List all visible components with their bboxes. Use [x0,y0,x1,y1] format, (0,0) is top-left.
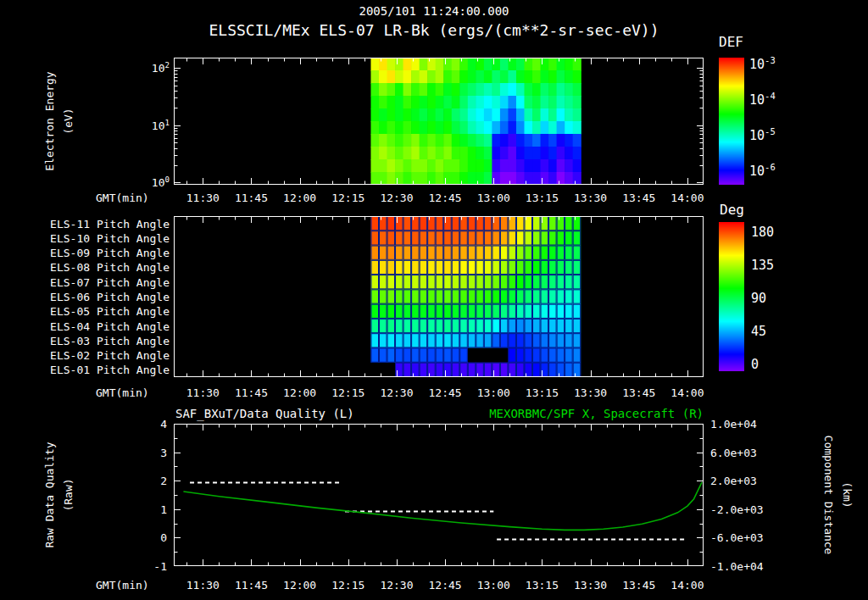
x-tick-label: 14:00 [670,386,704,399]
x-tick-label: 12:15 [331,192,364,204]
pitch-row-label: ELS-11 Pitch Angle [50,217,170,230]
quality-tick-label: 0 [160,531,167,544]
x-tick-label: 12:00 [283,579,316,592]
x-tick-label: 13:45 [622,192,655,204]
distance-tick-label: -6.0e+03 [710,531,764,544]
deg-colorbar [719,222,744,371]
pitch-row-label: ELS-01 Pitch Angle [50,364,170,376]
axis-label-line: Electron Energy [41,71,59,170]
x-tick-label: 13:15 [526,192,559,204]
axis-label-raw-data-quality: Raw Data Quality (Raw) [41,442,78,547]
x-tick-label: 11:45 [235,579,268,592]
pitch-row-label: ELS-04 Pitch Angle [50,319,170,332]
deg-colorbar-tick: 0 [751,357,759,372]
x-tick-label: 11:30 [186,192,220,204]
x-tick-label: 12:45 [429,192,462,204]
pitch-angle-plot [174,216,704,377]
panel3-left-title: SAF_BXuT/Data Quality (L) [175,407,354,420]
x-tick-label: 11:30 [186,386,220,399]
x-tick-label: 13:15 [526,579,559,592]
quality-tick-label: 3 [160,446,167,458]
x-tick-label: 13:45 [622,386,655,399]
x-tick-label: 12:15 [331,579,364,592]
pitch-row-label: ELS-02 Pitch Angle [50,349,170,362]
x-tick-label: 12:30 [380,579,413,592]
x-tick-label: 12:00 [283,192,316,204]
pitch-row-label: ELS-03 Pitch Angle [50,334,170,347]
pitch-row-label: ELS-10 Pitch Angle [50,231,170,244]
x-tick-label: 13:30 [574,386,607,399]
axis-label-line: (km) [837,436,856,555]
energy-tick-label: 101 [152,119,170,132]
x-tick-label: 11:45 [235,386,268,399]
distance-tick-label: 6.0e+03 [710,446,757,458]
x-tick-label: 12:30 [380,192,413,204]
pitch-row-label: ELS-08 Pitch Angle [50,261,170,274]
deg-colorbar-tick: 45 [751,324,766,339]
x-tick-label: 12:45 [429,579,462,592]
distance-tick-label: -2.0e+03 [710,503,764,515]
distance-tick-label: 2.0e+03 [710,475,757,487]
x-tick-label: 13:00 [477,579,510,592]
quality-tick-label: 2 [160,475,167,487]
energy-tick-label: 102 [152,61,170,75]
axis-label-line: (eV) [59,71,78,170]
x-tick-label: 12:30 [380,386,413,399]
def-colorbar-tick: 10-4 [749,91,776,108]
axis-label-electron-energy: Electron Energy (eV) [41,71,78,170]
electron-spectrogram-plot [174,58,704,185]
gmt-axis-label: GMT(min) [96,192,149,204]
x-tick-label: 13:30 [574,579,607,592]
quality-tick-label: 4 [160,418,167,431]
deg-colorbar-title: Deg [720,202,744,218]
def-colorbar-tick: 10-6 [749,162,776,179]
axis-label-line: Raw Data Quality [41,442,59,547]
quality-tick-label: -1 [153,560,167,573]
axis-label-line: Component Distance [819,436,837,555]
x-tick-label: 14:00 [670,579,704,592]
x-tick-label: 12:45 [429,386,462,399]
page-title: 2005/101 11:24:00.000 [0,4,868,18]
gmt-axis-label: GMT(min) [96,579,149,592]
pitch-row-label: ELS-07 Pitch Angle [50,275,170,288]
x-tick-label: 13:00 [477,386,510,399]
x-tick-label: 11:30 [186,579,220,592]
x-tick-label: 12:15 [331,386,364,399]
quality-tick-label: 1 [160,503,167,515]
x-tick-label: 12:00 [283,386,316,399]
energy-tick-label: 100 [152,175,170,189]
pitch-row-label: ELS-05 Pitch Angle [50,305,170,318]
axis-label-component-distance: (km) Component Distance [819,436,856,555]
pitch-row-label: ELS-09 Pitch Angle [50,247,170,259]
def-colorbar-tick: 10-3 [749,55,776,72]
distance-tick-label: -1.0e+04 [710,560,764,573]
def-colorbar [719,58,744,185]
deg-colorbar-tick: 180 [751,225,774,240]
x-tick-label: 13:15 [526,386,559,399]
x-tick-label: 13:45 [622,579,655,592]
panel3-right-title: MEXORBMC/SPF X, Spacecraft (R) [489,407,704,420]
els-quicklook-screen: 2005/101 11:24:00.000 ELSSCIL/MEx ELS-07… [0,0,868,600]
gmt-axis-label: GMT(min) [96,386,149,399]
def-colorbar-title: DEF [719,34,743,50]
distance-tick-label: 1.0e+04 [710,418,757,431]
x-tick-label: 13:30 [574,192,607,204]
pitch-row-label: ELS-06 Pitch Angle [50,291,170,303]
quality-distance-plot [174,424,704,566]
deg-colorbar-tick: 135 [751,258,774,273]
x-tick-label: 11:45 [235,192,268,204]
deg-colorbar-tick: 90 [751,291,766,306]
axis-label-line: (Raw) [59,442,78,547]
x-tick-label: 13:00 [477,192,510,204]
def-colorbar-tick: 10-5 [749,126,776,143]
x-tick-label: 14:00 [670,192,704,204]
